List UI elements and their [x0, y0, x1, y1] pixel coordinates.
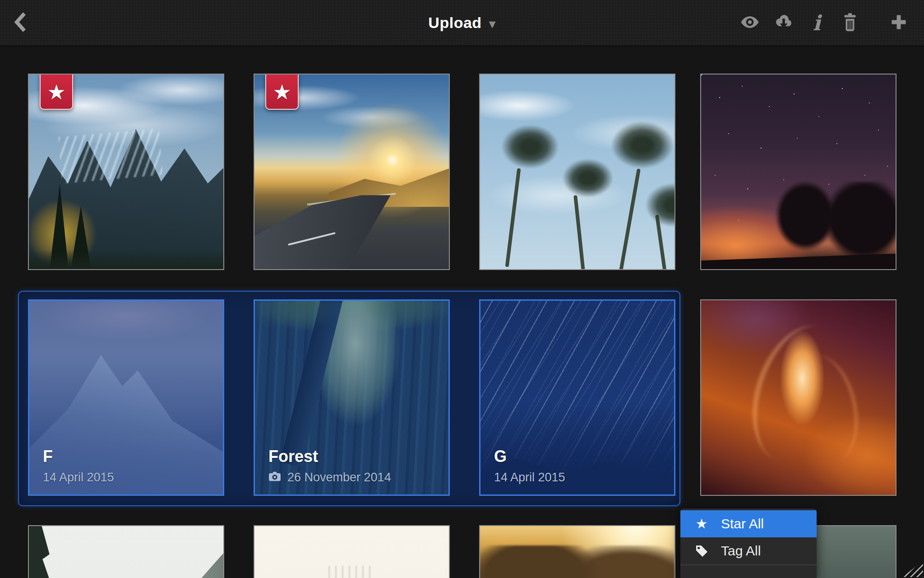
photo-tile-slot-canyon[interactable]	[700, 299, 896, 496]
eye-icon	[740, 16, 759, 30]
photo-date: 14 April 2015	[494, 471, 565, 485]
photo-title: F	[43, 447, 114, 466]
photo-date: 14 April 2015	[43, 471, 114, 485]
star-badge: ★	[40, 74, 73, 110]
menu-item-star-all[interactable]: ★ Star All	[680, 510, 817, 537]
photo-tile-golden-clouds[interactable]	[479, 525, 675, 578]
photo-tile-g[interactable]: G 14 April 2015	[479, 299, 675, 496]
collection-title-dropdown[interactable]: Upload ▾	[428, 0, 495, 46]
back-button[interactable]	[14, 0, 27, 46]
camera-icon	[268, 471, 281, 485]
photo-tile-palm-trees[interactable]	[479, 74, 675, 270]
menu-divider	[680, 564, 817, 565]
photo-tile-foggy-pines[interactable]	[28, 525, 224, 578]
caret-down-icon: ▾	[489, 15, 496, 31]
photo-tile-mountain-valley[interactable]: ★	[28, 74, 224, 270]
delete-button[interactable]	[840, 0, 860, 46]
plus-icon	[890, 13, 908, 33]
photo-meta: G 14 April 2015	[494, 447, 565, 485]
photo-tile-starry-dusk[interactable]	[700, 74, 896, 270]
star-badge: ★	[265, 74, 299, 110]
photo-library-screen: Upload ▾ i	[0, 0, 924, 578]
resize-grip[interactable]	[902, 561, 923, 577]
tag-icon	[694, 544, 709, 558]
photo-date: 26 November 2014	[268, 471, 391, 485]
photo-title: Forest	[268, 447, 391, 466]
info-icon: i	[813, 13, 820, 33]
menu-item-label: Star All	[721, 516, 764, 531]
photo-tile-forest[interactable]: Forest 26 November 2014	[254, 299, 450, 496]
photo-tile-white-fog[interactable]	[254, 525, 450, 578]
preview-button[interactable]	[740, 0, 760, 46]
add-button[interactable]	[889, 0, 909, 46]
star-icon: ★	[694, 517, 709, 531]
photo-meta: Forest 26 November 2014	[268, 447, 391, 485]
context-menu: ★ Star All Tag All	[680, 508, 817, 578]
trash-icon	[842, 13, 858, 33]
star-icon: ★	[47, 82, 65, 103]
cloud-download-icon	[774, 14, 793, 32]
menu-item-tag-all[interactable]: Tag All	[680, 537, 817, 564]
photo-meta: F 14 April 2015	[43, 447, 114, 485]
photo-tile-sunset-road[interactable]: ★	[254, 74, 450, 270]
menu-item-label: Tag All	[721, 543, 761, 559]
toolbar-actions: i	[740, 0, 909, 46]
star-icon: ★	[273, 82, 291, 103]
toolbar: Upload ▾ i	[0, 0, 924, 46]
page-title: Upload	[428, 14, 481, 32]
upload-sync-button[interactable]	[773, 0, 793, 46]
photo-title: G	[494, 447, 565, 466]
info-button[interactable]: i	[807, 0, 827, 46]
chevron-left-icon	[14, 12, 27, 34]
photo-tile-f[interactable]: F 14 April 2015	[28, 299, 224, 496]
